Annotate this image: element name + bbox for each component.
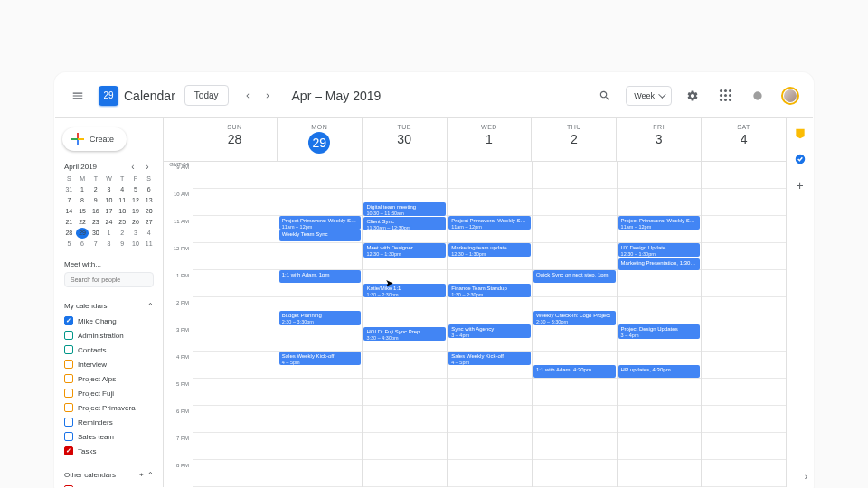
- mini-day[interactable]: 4: [142, 228, 156, 239]
- add-addon-icon[interactable]: +: [794, 178, 807, 191]
- calendar-event[interactable]: Sync with Agency3 – 4pm: [448, 324, 531, 338]
- calendar-event[interactable]: Finance Team Standup1:30 – 2:30pm: [448, 284, 531, 297]
- checkbox[interactable]: [64, 432, 73, 441]
- mini-day[interactable]: 20: [142, 206, 156, 217]
- calendar-event[interactable]: HR updates, 4:30pm: [618, 365, 701, 378]
- calendar-event[interactable]: Budget Planning2:30 – 3:30pm: [279, 311, 362, 325]
- calendar-event[interactable]: Quick Sync on next step, 1pm: [533, 270, 616, 283]
- day-column[interactable]: Digital team meeting10:30 – 11:30amClien…: [362, 162, 447, 487]
- calendar-item[interactable]: Adam Smith: [64, 483, 154, 487]
- calendar-event[interactable]: Project Design Updates3 – 4pm: [618, 324, 701, 339]
- other-calendars-header[interactable]: Other calendars + ⌃: [64, 465, 154, 483]
- mini-day[interactable]: 22: [76, 217, 90, 228]
- notifications-button[interactable]: [746, 84, 769, 108]
- mini-day[interactable]: 3: [102, 184, 116, 195]
- mini-day[interactable]: 24: [102, 217, 116, 228]
- mini-day[interactable]: 27: [142, 217, 156, 228]
- checkbox[interactable]: [64, 389, 73, 398]
- calendar-event[interactable]: 1:1 with Adam, 4:30pm: [533, 365, 616, 378]
- mini-day[interactable]: 17: [102, 206, 116, 217]
- day-column[interactable]: [193, 162, 278, 487]
- today-button[interactable]: Today: [184, 85, 229, 106]
- mini-day[interactable]: 12: [129, 195, 143, 206]
- mini-day[interactable]: 1: [76, 184, 90, 195]
- day-header[interactable]: TUE30: [362, 118, 447, 161]
- settings-button[interactable]: [681, 84, 704, 108]
- calendar-event[interactable]: Katie/Mike 1:11:30 – 2:30pm: [363, 284, 446, 297]
- checkbox[interactable]: [64, 446, 73, 455]
- calendar-item[interactable]: Sales team: [64, 429, 154, 444]
- calendar-item[interactable]: Administration: [64, 328, 154, 343]
- mini-calendar[interactable]: SMTWTFS311234567891011121314151617181920…: [59, 174, 159, 255]
- mini-day[interactable]: 8: [76, 195, 90, 206]
- calendar-event[interactable]: Marketing Presentation, 1:30pm: [618, 258, 701, 270]
- mini-day[interactable]: 1: [102, 228, 116, 239]
- mini-day[interactable]: 5: [62, 239, 76, 249]
- keep-icon[interactable]: [794, 127, 807, 140]
- mini-day[interactable]: 4: [116, 184, 129, 195]
- checkbox[interactable]: [64, 360, 73, 369]
- checkbox[interactable]: [64, 403, 73, 412]
- mini-day[interactable]: 30: [89, 228, 102, 239]
- mini-day[interactable]: 11: [116, 195, 129, 206]
- collapse-side-panel-button[interactable]: ›: [805, 472, 807, 482]
- mini-day[interactable]: 25: [116, 217, 129, 228]
- mini-day[interactable]: 3: [129, 228, 143, 239]
- main-menu-button[interactable]: [66, 84, 90, 108]
- day-column[interactable]: Project Primavera: Weekly Sync11am – 12p…: [617, 162, 702, 487]
- search-people-input[interactable]: [64, 272, 154, 287]
- mini-day[interactable]: 8: [102, 239, 116, 249]
- calendar-event[interactable]: Meet with Designer12:30 – 1:30pm: [363, 243, 446, 258]
- mini-day[interactable]: 9: [116, 239, 129, 249]
- mini-day[interactable]: 9: [89, 195, 102, 206]
- mini-day[interactable]: 29: [76, 228, 90, 239]
- mini-day[interactable]: 10: [102, 195, 116, 206]
- calendar-event[interactable]: Sales Weekly Kick-off4 – 5pm: [448, 352, 531, 365]
- mini-day[interactable]: 31: [62, 184, 76, 195]
- day-columns[interactable]: Project Primavera: Weekly Sync11am – 12p…: [193, 162, 786, 487]
- calendar-item[interactable]: Contacts: [64, 343, 154, 357]
- account-button[interactable]: [778, 84, 802, 108]
- day-column[interactable]: [701, 162, 786, 487]
- checkbox[interactable]: [64, 485, 73, 487]
- calendar-event[interactable]: Digital team meeting10:30 – 11:30am: [363, 202, 446, 216]
- mini-day[interactable]: 26: [129, 217, 143, 228]
- calendar-event[interactable]: Project Primavera: Weekly Sync11am – 12p…: [618, 216, 701, 230]
- calendar-event[interactable]: Weekly Team Sync: [279, 230, 362, 241]
- calendar-event[interactable]: 1:1 with Adam, 1pm: [279, 270, 362, 283]
- day-header[interactable]: THU2: [531, 118, 616, 161]
- mini-day[interactable]: 7: [62, 195, 76, 206]
- calendar-item[interactable]: Project Alps: [64, 371, 154, 386]
- mini-prev-month[interactable]: ‹: [127, 162, 139, 172]
- grid-scroll[interactable]: GMT-049 AM10 AM11 AM12 PM1 PM2 PM3 PM4 P…: [164, 162, 786, 487]
- calendar-item[interactable]: Project Fuji: [64, 386, 154, 400]
- next-period-button[interactable]: [258, 84, 278, 108]
- day-header[interactable]: FRI3: [616, 118, 701, 161]
- checkbox[interactable]: [64, 374, 73, 383]
- checkbox[interactable]: [64, 331, 73, 340]
- day-header[interactable]: SUN28: [193, 118, 277, 161]
- apps-button[interactable]: [713, 84, 737, 108]
- calendar-item[interactable]: Tasks: [64, 444, 154, 458]
- calendar-event[interactable]: UX Design Update12:30 – 1:30pm: [618, 243, 701, 257]
- calendar-item[interactable]: Mike Chang: [64, 314, 154, 328]
- mini-day[interactable]: 2: [89, 184, 102, 195]
- calendar-event[interactable]: Project Primavera: Weekly Sync11am – 12p…: [279, 216, 362, 230]
- prev-period-button[interactable]: [238, 84, 258, 108]
- calendar-event[interactable]: Project Primavera: Weekly Sync11am – 12p…: [448, 216, 531, 230]
- mini-day[interactable]: 13: [142, 195, 156, 206]
- calendar-event[interactable]: HOLD: Fuji Sync Prep3:30 – 4:30pm: [363, 327, 446, 341]
- view-select[interactable]: Week: [626, 86, 672, 106]
- mini-day[interactable]: 23: [89, 217, 102, 228]
- calendar-event[interactable]: Sales Weekly Kick-off4 – 5pm: [279, 352, 362, 365]
- day-header[interactable]: SAT4: [701, 118, 786, 161]
- day-column[interactable]: Project Primavera: Weekly Sync11am – 12p…: [278, 162, 363, 487]
- mini-day[interactable]: 11: [142, 239, 156, 249]
- checkbox[interactable]: [64, 316, 73, 325]
- calendar-event[interactable]: Marketing team update12:30 – 1:30pm: [448, 243, 531, 257]
- search-button[interactable]: [593, 84, 617, 108]
- calendar-item[interactable]: Project Primavera: [64, 400, 154, 415]
- calendar-item[interactable]: Interview: [64, 357, 154, 371]
- day-column[interactable]: Quick Sync on next step, 1pmWeekly Check…: [532, 162, 617, 487]
- mini-day[interactable]: 10: [129, 239, 143, 249]
